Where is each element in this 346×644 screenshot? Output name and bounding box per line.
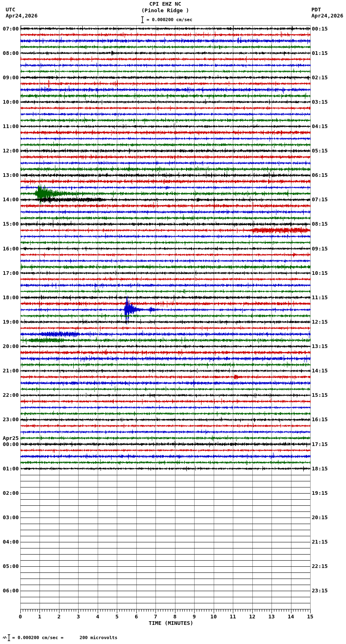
utc-label: 09:00 <box>0 74 19 80</box>
pdt-label: 21:15 <box>312 539 328 545</box>
pdt-label: 17:15 <box>312 441 328 447</box>
minute-tick-label: 14 <box>283 614 299 620</box>
utc-label: 01:00 <box>0 466 19 472</box>
utc-label: 12:00 <box>0 148 19 154</box>
amplitude-scale: = 0.000200 cm/sec <box>141 16 193 23</box>
pdt-label: 19:15 <box>312 490 328 496</box>
utc-label: 03:00 <box>0 514 19 520</box>
pdt-label: 08:15 <box>312 221 328 227</box>
minute-tick-label: 15 <box>302 614 318 620</box>
utc-label: 10:00 <box>0 99 19 105</box>
utc-label: 04:00 <box>0 539 19 545</box>
minute-tick-label: 10 <box>206 614 222 620</box>
footer-scale-note: = 0.000200 cm/sec = 200 microvolts <box>2 633 117 642</box>
pdt-label: 06:15 <box>312 172 328 178</box>
amplitude-scale-icon <box>7 634 11 641</box>
x-axis-title: TIME (MINUTES) <box>20 620 322 626</box>
minute-tick-label: 4 <box>90 614 106 620</box>
pdt-label: 10:15 <box>312 270 328 276</box>
utc-label: 16:00 <box>0 246 19 252</box>
amplitude-scale-label: = 0.000200 cm/sec <box>147 17 193 22</box>
utc-label: 15:00 <box>0 221 19 227</box>
utc-header: UTC Apr24,2026 <box>6 7 37 19</box>
minute-tick-label: 8 <box>167 614 183 620</box>
pdt-label: 09:15 <box>312 246 328 252</box>
pdt-label: 16:15 <box>312 416 328 422</box>
pdt-label: 01:15 <box>312 50 328 56</box>
minute-tick-label: 12 <box>244 614 261 620</box>
minute-tick-label: 11 <box>225 614 241 620</box>
footer-scale-text: = 0.000200 cm/sec = 200 microvolts <box>12 635 117 640</box>
minute-tick-label: 2 <box>51 614 67 620</box>
utc-timezone-label: UTC <box>6 7 37 13</box>
minute-tick-label: 6 <box>128 614 145 620</box>
pdt-label: 05:15 <box>312 148 328 154</box>
pdt-label: 04:15 <box>312 123 328 129</box>
utc-label: 02:00 <box>0 490 19 496</box>
date-rollover-label: Apr25 <box>0 435 19 441</box>
seismogram-canvas <box>0 0 346 644</box>
pdt-label: 02:15 <box>312 74 328 80</box>
utc-label: 08:00 <box>0 50 19 56</box>
utc-label: 19:00 <box>0 319 19 325</box>
utc-label: 11:00 <box>0 123 19 129</box>
utc-label: 05:00 <box>0 563 19 569</box>
utc-label: 18:00 <box>0 294 19 300</box>
station-subtitle: (Pinole Ridge ) <box>20 7 310 13</box>
pdt-header: PDT Apr24,2026 <box>311 7 343 19</box>
waveform-scale-icon <box>2 635 7 640</box>
minute-tick-label: 1 <box>31 614 48 620</box>
pdt-label: 22:15 <box>312 563 328 569</box>
pdt-timezone-label: PDT <box>311 7 343 13</box>
utc-label: 17:00 <box>0 270 19 276</box>
station-title: CPI EHZ NC <box>20 1 310 7</box>
webicorder-page: { "station": { "title": "CPI EHZ NC", "s… <box>0 0 346 644</box>
pdt-label: 20:15 <box>312 514 328 520</box>
minute-tick-label: 13 <box>263 614 280 620</box>
utc-label: 00:00 <box>0 441 19 447</box>
pdt-label: 15:15 <box>312 392 328 398</box>
minute-tick-label: 0 <box>12 614 28 620</box>
minute-tick-label: 5 <box>109 614 125 620</box>
pdt-label: 07:15 <box>312 196 328 202</box>
pdt-label: 03:15 <box>312 99 328 105</box>
pdt-label: 18:15 <box>312 466 328 472</box>
utc-label: 21:00 <box>0 368 19 374</box>
utc-date: Apr24,2026 <box>6 13 37 19</box>
minute-tick-label: 3 <box>70 614 86 620</box>
utc-label: 13:00 <box>0 172 19 178</box>
pdt-label: 23:15 <box>312 587 328 594</box>
utc-label: 06:00 <box>0 587 19 594</box>
pdt-label: 00:15 <box>312 26 328 32</box>
utc-label: 23:00 <box>0 416 19 422</box>
utc-label: 22:00 <box>0 392 19 398</box>
minute-tick-label: 9 <box>186 614 202 620</box>
pdt-label: 14:15 <box>312 368 328 374</box>
amplitude-scale-icon <box>141 16 144 23</box>
pdt-label: 12:15 <box>312 319 328 325</box>
pdt-label: 11:15 <box>312 294 328 300</box>
utc-label: 07:00 <box>0 26 19 32</box>
pdt-date: Apr24,2026 <box>311 13 343 19</box>
utc-label: 20:00 <box>0 343 19 349</box>
utc-label: 14:00 <box>0 196 19 202</box>
minute-tick-label: 7 <box>147 614 164 620</box>
pdt-label: 13:15 <box>312 343 328 349</box>
